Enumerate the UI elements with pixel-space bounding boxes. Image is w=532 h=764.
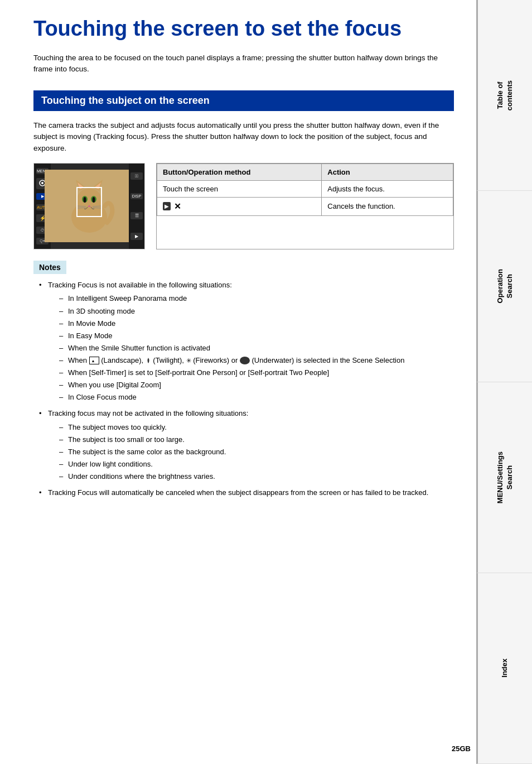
cat-svg <box>61 175 117 237</box>
x-icon: ✕ <box>174 201 181 212</box>
cancel-icon-cell: ▶ ✕ <box>163 201 316 212</box>
sidebar-tab-operation[interactable]: OperationSearch <box>476 191 532 382</box>
sidebar-tab-menu[interactable]: MENU/SettingsSearch <box>476 382 532 573</box>
table-col1-header: Button/Operation method <box>157 164 322 180</box>
section-header: Touching the subject on the screen <box>33 90 454 111</box>
page-title: Touching the screen to set the focus <box>33 17 454 41</box>
list-item: In Movie Mode <box>59 318 454 330</box>
sidebar-tab-menu-label: MENU/SettingsSearch <box>496 451 515 503</box>
sidebar-tab-index-label: Index <box>500 659 510 677</box>
list-item: Under low light conditions. <box>59 458 454 470</box>
list-item: When (Landscape), (Twilight), ✳ (Firewor… <box>59 354 454 367</box>
list-item: In 3D shooting mode <box>59 305 454 318</box>
intro-text: Touching the area to be focused on the t… <box>33 52 454 75</box>
sidebar-tab-operation-label: OperationSearch <box>496 269 515 303</box>
svg-point-3 <box>77 188 101 213</box>
sidebar-tab-index[interactable]: Index <box>476 573 532 764</box>
camera-screen <box>45 170 134 242</box>
table-row: ▶ ✕ Cancels the function. <box>157 197 453 215</box>
sidebar-tab-toc-label: Table ofcontents <box>496 80 515 110</box>
list-item: When [Self-Timer] is set to [Self-portra… <box>59 367 454 379</box>
content-area: MENU ▶ AUTO ⚡ ⏱ Q▾ <box>33 163 454 249</box>
table-cell-method-2: ▶ ✕ <box>157 197 322 215</box>
notes-list: Tracking Focus is not available in the f… <box>33 280 454 498</box>
sub-list: The subject moves too quickly. The subje… <box>48 421 454 483</box>
landscape-icon <box>89 357 99 364</box>
twilight-icon <box>146 357 151 364</box>
list-item: Under conditions where the brightness va… <box>59 470 454 483</box>
right-icons: ▶⃣ DISP ☰ ▶ <box>129 164 144 249</box>
svg-point-1 <box>41 182 43 184</box>
list-item: In Close Focus mode <box>59 391 454 403</box>
camera-illustration: MENU ▶ AUTO ⚡ ⏱ Q▾ <box>33 163 145 249</box>
table-col2-header: Action <box>322 164 453 180</box>
right-icon-1: ▶⃣ <box>130 172 143 180</box>
svg-point-10 <box>84 197 86 203</box>
sub-list: In Intelligent Sweep Panorama mode In 3D… <box>48 292 454 403</box>
right-sidebar: Table ofcontents OperationSearch MENU/Se… <box>476 0 532 764</box>
list-item: When you use [Digital Zoom] <box>59 379 454 391</box>
table-cell-method-1: Touch the screen <box>157 180 322 197</box>
list-item: The subject is the same color as the bac… <box>59 446 454 458</box>
list-item: Tracking focus may not be activated in t… <box>39 408 454 483</box>
underwater-icon <box>240 357 250 364</box>
sidebar-tab-toc[interactable]: Table ofcontents <box>476 0 532 191</box>
svg-point-11 <box>93 197 95 203</box>
right-icon-4: ▶ <box>130 233 143 240</box>
list-item: In Easy Mode <box>59 330 454 342</box>
operation-table: Button/Operation method Action Touch the… <box>156 163 454 249</box>
section-intro: The camera tracks the subject and adjust… <box>33 120 454 154</box>
notes-section: Notes Tracking Focus is not available in… <box>33 261 454 498</box>
list-item: The subject moves too quickly. <box>59 421 454 434</box>
list-item: Tracking Focus will automatically be can… <box>39 487 454 498</box>
table-row: Touch the screen Adjusts the focus. <box>157 180 453 197</box>
tracking-icon: ▶ <box>163 202 171 210</box>
list-item: When the Smile Shutter function is activ… <box>59 342 454 354</box>
table-cell-action-2: Cancels the function. <box>322 197 453 215</box>
page-number: 25GB <box>452 744 471 753</box>
list-item: Tracking Focus is not available in the f… <box>39 280 454 403</box>
list-item: The subject is too small or too large. <box>59 434 454 446</box>
main-content: Touching the screen to set the focus Tou… <box>22 0 465 536</box>
table-cell-action-1: Adjusts the focus. <box>322 180 453 197</box>
notes-label: Notes <box>33 261 66 274</box>
list-item: In Intelligent Sweep Panorama mode <box>59 292 454 305</box>
right-icon-2: DISP <box>130 193 143 199</box>
right-icon-3: ☰ <box>130 212 143 219</box>
fireworks-icon: ✳ <box>186 357 191 364</box>
